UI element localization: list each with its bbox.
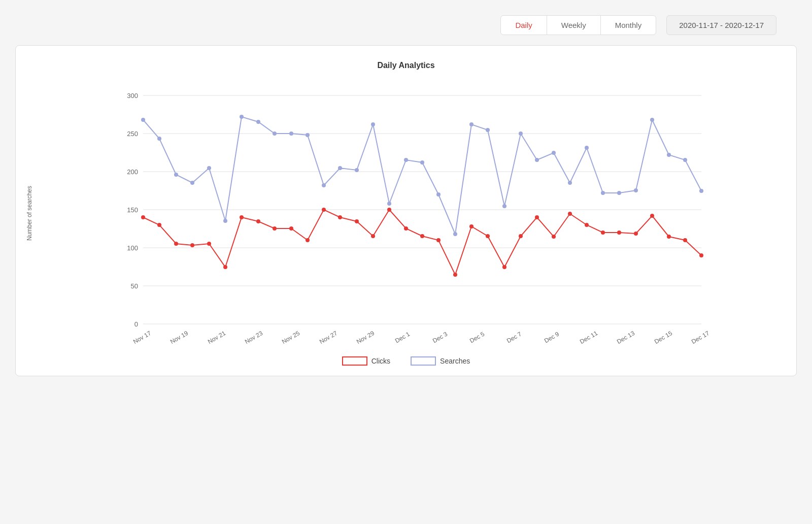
search-dot bbox=[355, 168, 359, 172]
svg-text:Nov 17: Nov 17 bbox=[132, 330, 152, 345]
searches-line bbox=[143, 117, 701, 234]
click-dot bbox=[240, 215, 244, 219]
period-buttons: Daily Weekly Monthly bbox=[500, 15, 656, 35]
search-dot bbox=[273, 132, 277, 136]
click-dot bbox=[634, 232, 638, 236]
click-dot bbox=[256, 219, 260, 223]
click-dot bbox=[207, 242, 211, 246]
click-dot bbox=[436, 238, 441, 242]
search-dot bbox=[617, 191, 621, 195]
chart-inner: 300 250 200 150 100 50 0 Nov 17 Nov 19 N… bbox=[38, 80, 786, 346]
search-dot bbox=[585, 146, 589, 150]
click-dot bbox=[157, 223, 161, 227]
search-dot bbox=[404, 158, 408, 162]
click-dot bbox=[601, 231, 605, 235]
click-dot bbox=[535, 215, 539, 219]
search-dot bbox=[420, 160, 424, 165]
click-dot bbox=[683, 238, 687, 242]
search-dot bbox=[371, 122, 375, 126]
search-dot bbox=[683, 158, 687, 162]
click-dot bbox=[469, 224, 473, 228]
click-dot bbox=[568, 212, 572, 216]
svg-text:Dec 13: Dec 13 bbox=[616, 330, 636, 345]
click-dot bbox=[420, 234, 424, 238]
chart-svg: 300 250 200 150 100 50 0 Nov 17 Nov 19 N… bbox=[38, 80, 786, 344]
search-dot bbox=[535, 158, 539, 162]
click-dot bbox=[585, 223, 589, 227]
svg-text:Dec 9: Dec 9 bbox=[543, 330, 560, 344]
click-dot bbox=[552, 235, 556, 239]
search-dot bbox=[453, 232, 457, 236]
svg-text:Dec 11: Dec 11 bbox=[579, 330, 599, 345]
y-axis-label: Number of searches bbox=[26, 186, 33, 241]
svg-text:250: 250 bbox=[127, 130, 138, 138]
click-dot bbox=[306, 238, 310, 242]
search-dot bbox=[289, 132, 293, 136]
svg-text:Nov 27: Nov 27 bbox=[318, 330, 339, 345]
daily-button[interactable]: Daily bbox=[501, 16, 547, 35]
svg-text:150: 150 bbox=[127, 206, 138, 214]
legend-clicks: Clicks bbox=[342, 356, 390, 366]
svg-text:Nov 21: Nov 21 bbox=[207, 330, 227, 345]
chart-title: Daily Analytics bbox=[26, 61, 786, 70]
svg-text:300: 300 bbox=[127, 92, 138, 100]
click-dot bbox=[404, 226, 408, 231]
click-dot bbox=[371, 234, 375, 238]
search-dot bbox=[552, 151, 556, 155]
click-dot bbox=[617, 231, 621, 235]
svg-text:Dec 3: Dec 3 bbox=[431, 330, 449, 344]
chart-legend: Clicks Searches bbox=[26, 356, 786, 366]
svg-text:Dec 17: Dec 17 bbox=[690, 330, 710, 345]
click-dot bbox=[667, 235, 671, 239]
svg-text:0: 0 bbox=[134, 320, 138, 328]
svg-text:Dec 7: Dec 7 bbox=[505, 330, 523, 344]
search-dot bbox=[436, 192, 441, 196]
clicks-line bbox=[143, 210, 701, 275]
svg-text:Nov 23: Nov 23 bbox=[244, 330, 264, 345]
click-dot bbox=[338, 215, 342, 219]
search-dot bbox=[141, 118, 145, 122]
click-dot bbox=[141, 215, 145, 219]
chart-area: Number of searches 300 250 200 150 bbox=[26, 80, 786, 346]
click-dot bbox=[190, 243, 194, 247]
click-dot bbox=[322, 208, 326, 212]
search-dot bbox=[306, 133, 310, 137]
search-dot bbox=[387, 202, 391, 206]
legend-clicks-label: Clicks bbox=[371, 357, 390, 365]
legend-searches-label: Searches bbox=[440, 357, 470, 365]
search-dot bbox=[486, 128, 490, 132]
weekly-button[interactable]: Weekly bbox=[547, 16, 601, 35]
click-dot bbox=[387, 208, 391, 212]
search-dot bbox=[322, 183, 326, 187]
search-dot bbox=[568, 181, 572, 185]
search-dot bbox=[601, 191, 605, 195]
svg-text:Nov 25: Nov 25 bbox=[281, 330, 301, 345]
search-dot bbox=[256, 120, 260, 124]
date-range-button[interactable]: 2020-11-17 - 2020-12-17 bbox=[666, 15, 776, 35]
search-dot bbox=[519, 132, 523, 136]
legend-searches: Searches bbox=[411, 356, 470, 366]
search-dot bbox=[207, 166, 211, 170]
svg-text:Nov 19: Nov 19 bbox=[169, 330, 189, 345]
top-controls: Daily Weekly Monthly 2020-11-17 - 2020-1… bbox=[15, 15, 797, 35]
search-dot bbox=[174, 173, 178, 177]
search-dot bbox=[240, 115, 244, 119]
svg-text:Dec 5: Dec 5 bbox=[468, 330, 486, 344]
click-dot bbox=[486, 234, 490, 238]
svg-text:Nov 29: Nov 29 bbox=[355, 330, 376, 345]
click-dot bbox=[174, 242, 178, 246]
monthly-button[interactable]: Monthly bbox=[601, 16, 656, 35]
search-dot bbox=[502, 204, 506, 208]
click-dot bbox=[519, 234, 523, 238]
search-dot bbox=[338, 166, 342, 170]
click-dot bbox=[650, 214, 654, 218]
search-dot bbox=[699, 189, 703, 193]
click-dot bbox=[502, 265, 506, 269]
search-dot bbox=[667, 153, 671, 157]
legend-clicks-swatch bbox=[342, 356, 367, 366]
click-dot bbox=[453, 273, 457, 277]
svg-text:50: 50 bbox=[131, 282, 138, 290]
search-dot bbox=[190, 181, 194, 185]
svg-text:100: 100 bbox=[127, 244, 138, 252]
search-dot bbox=[223, 219, 227, 223]
